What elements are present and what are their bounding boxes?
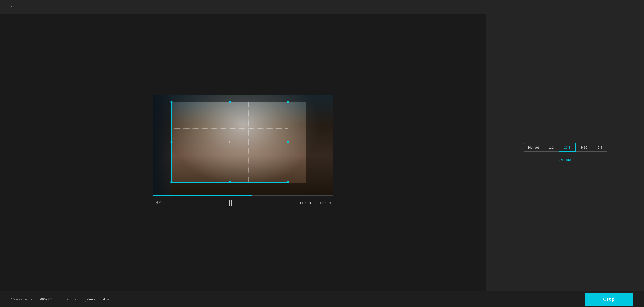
handle-top-mid[interactable] bbox=[228, 101, 231, 103]
handle-bottom-mid[interactable] bbox=[228, 181, 231, 183]
dim-left bbox=[153, 101, 171, 183]
time-display: 00:10 / 00:18 bbox=[300, 201, 331, 205]
bottom-left: Video size, px — 660x371 Format — Keep f… bbox=[11, 297, 111, 302]
dropdown-arrow-icon bbox=[106, 298, 110, 301]
progress-bar-fill bbox=[153, 195, 252, 196]
time-separator: / bbox=[314, 201, 317, 205]
top-bar: ‹ bbox=[0, 0, 644, 13]
dim-bottom bbox=[153, 183, 333, 196]
crosshair-icon: + bbox=[228, 140, 231, 144]
video-panel: + bbox=[0, 13, 486, 291]
pause-bar-2 bbox=[231, 200, 232, 206]
format-dropdown[interactable]: Keep format bbox=[85, 297, 111, 302]
video-size-dash: — bbox=[34, 297, 38, 301]
crop-overlay[interactable]: + bbox=[171, 101, 288, 183]
grid-v1 bbox=[210, 102, 210, 182]
ar-1-1[interactable]: 1:1 bbox=[544, 143, 559, 152]
current-time: 00:10 bbox=[300, 201, 311, 205]
ar-9-16[interactable]: 9:16 bbox=[576, 143, 592, 152]
dim-top bbox=[153, 95, 333, 101]
main-content: + bbox=[0, 13, 644, 291]
total-time: 00:18 bbox=[320, 201, 331, 205]
progress-bar-container[interactable] bbox=[153, 195, 333, 196]
pause-button[interactable] bbox=[228, 200, 232, 206]
video-size-label: Video size, px bbox=[11, 297, 32, 301]
video-size-value: 660x371 bbox=[40, 297, 53, 301]
grid-h2 bbox=[172, 155, 288, 155]
format-label: Format bbox=[67, 297, 78, 301]
format-dash: — bbox=[80, 297, 83, 301]
video-wrapper: + bbox=[153, 95, 333, 196]
handle-bottom-right[interactable] bbox=[287, 181, 289, 183]
ar-16-9[interactable]: 16:9 bbox=[559, 143, 576, 152]
preset-label: YouTube bbox=[559, 158, 572, 162]
mute-icon bbox=[155, 200, 161, 205]
aspect-ratio-buttons: Not set 1:1 16:9 9:16 5:4 bbox=[523, 143, 608, 152]
pause-icon bbox=[228, 200, 232, 206]
mute-button[interactable] bbox=[155, 200, 161, 206]
dim-right bbox=[306, 101, 333, 183]
pause-bar-1 bbox=[228, 200, 230, 206]
format-value: Keep format bbox=[87, 297, 105, 301]
handle-bottom-left[interactable] bbox=[170, 181, 173, 183]
grid-v2 bbox=[248, 102, 248, 182]
video-size-info: Video size, px — 660x371 bbox=[11, 297, 53, 301]
handle-mid-left[interactable] bbox=[170, 141, 173, 143]
bottom-bar: Video size, px — 660x371 Format — Keep f… bbox=[0, 291, 644, 307]
format-select: Format — Keep format bbox=[67, 297, 111, 302]
ar-5-4[interactable]: 5:4 bbox=[592, 143, 607, 152]
back-button[interactable]: ‹ bbox=[7, 2, 16, 11]
right-panel: Not set 1:1 16:9 9:16 5:4 YouTube bbox=[486, 13, 644, 291]
handle-top-left[interactable] bbox=[170, 101, 173, 103]
video-controls: 00:10 / 00:18 bbox=[153, 196, 333, 210]
ar-not-set[interactable]: Not set bbox=[523, 143, 544, 152]
crop-button[interactable]: Crop bbox=[585, 293, 633, 306]
handle-top-right[interactable] bbox=[287, 101, 289, 103]
handle-mid-right[interactable] bbox=[287, 141, 289, 143]
